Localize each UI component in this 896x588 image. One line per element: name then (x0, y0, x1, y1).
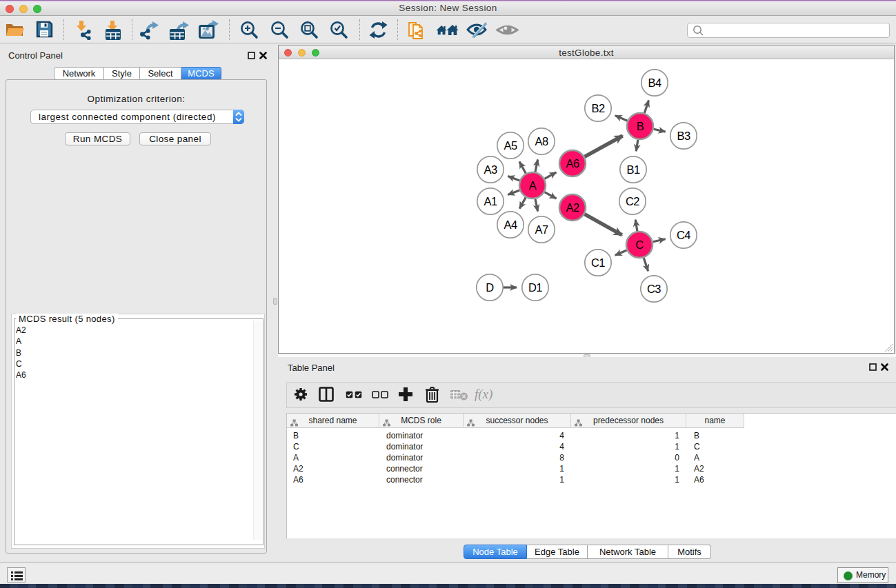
svg-text:A4: A4 (504, 219, 517, 231)
svg-text:C: C (635, 239, 644, 251)
svg-text:A8: A8 (535, 135, 548, 148)
svg-text:A2: A2 (566, 201, 579, 214)
svg-text:A6: A6 (566, 157, 579, 170)
svg-text:C3: C3 (647, 283, 661, 295)
svg-text:B: B (637, 120, 644, 132)
svg-text:C4: C4 (677, 229, 690, 241)
svg-text:D: D (486, 281, 494, 294)
svg-text:C1: C1 (591, 256, 605, 269)
svg-text:B3: B3 (677, 130, 690, 142)
svg-text:B1: B1 (627, 163, 640, 176)
svg-text:D1: D1 (528, 281, 542, 294)
svg-text:A3: A3 (484, 163, 497, 176)
svg-text:A7: A7 (535, 223, 548, 236)
svg-text:A: A (529, 179, 537, 192)
svg-text:A1: A1 (484, 195, 497, 207)
svg-text:A5: A5 (504, 139, 517, 152)
svg-text:B2: B2 (592, 102, 605, 114)
svg-text:B4: B4 (648, 77, 661, 89)
svg-text:C2: C2 (626, 195, 639, 207)
